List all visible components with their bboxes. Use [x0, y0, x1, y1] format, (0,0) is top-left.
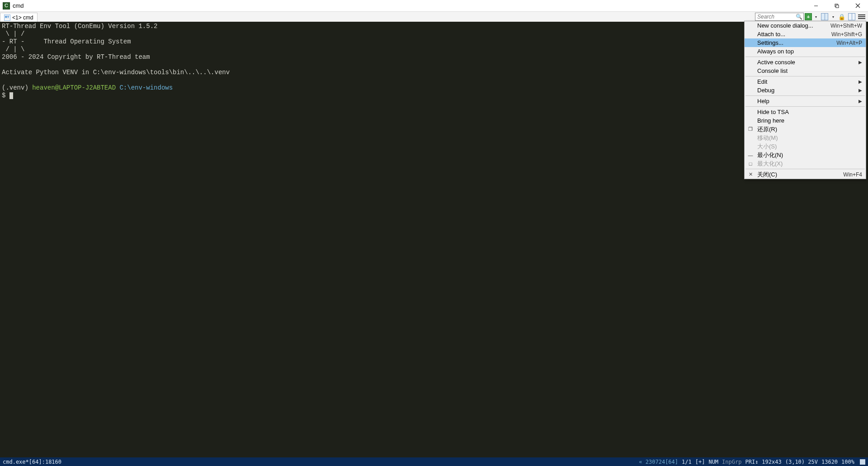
- status-inpgrp: InpGrp: [722, 459, 741, 465]
- svg-rect-2: [836, 5, 839, 8]
- prompt-path: C:\env-windows: [116, 84, 173, 91]
- menu-button[interactable]: [857, 13, 866, 21]
- menu-item-icon: ❐: [747, 126, 754, 132]
- maximize-pane-button[interactable]: [847, 13, 856, 21]
- lock-icon[interactable]: 🔒: [837, 13, 846, 21]
- tab-icon: [4, 14, 10, 21]
- maximize-button[interactable]: [826, 0, 847, 12]
- prompt-user: heaven@LAPTOP-J2ABTEAD: [32, 84, 116, 91]
- menu-separator: [745, 169, 865, 169]
- minimize-button[interactable]: [806, 0, 826, 12]
- tab-label: <1> cmd: [12, 14, 33, 21]
- menu-item-icon: □: [747, 161, 754, 166]
- menu-item[interactable]: Edit▶: [745, 77, 866, 86]
- status-tabcount: 1/1: [682, 459, 692, 465]
- menu-item[interactable]: ❐还原(R): [745, 125, 866, 133]
- menu-item-label: Attach to...: [757, 31, 831, 38]
- tabbar: <1> cmd 🔍 + ▾ ▾ 🔒: [0, 12, 868, 22]
- menu-item-label: 关闭(C): [757, 171, 843, 179]
- submenu-arrow-icon: ▶: [859, 60, 862, 65]
- menu-separator: [745, 106, 865, 107]
- menu-item-label: Always on top: [757, 48, 862, 55]
- window-controls: [806, 0, 868, 12]
- menu-item-shortcut: Win+Shift+W: [830, 23, 862, 29]
- menu-item-label: Bring here: [757, 117, 862, 124]
- menu-item-label: Help: [757, 98, 859, 105]
- menu-item[interactable]: Hide to TSA: [745, 108, 866, 116]
- status-process: cmd.exe*[64]:18160: [3, 459, 61, 465]
- menu-separator: [745, 95, 865, 96]
- menu-item-label: Edit: [757, 78, 859, 85]
- status-plus: [+]: [695, 459, 705, 465]
- menu-item[interactable]: Settings...Win+Alt+P: [745, 38, 866, 47]
- menu-item-icon: —: [747, 152, 754, 158]
- search-input[interactable]: [755, 13, 804, 21]
- menu-separator: [745, 57, 865, 57]
- titlebar: cmd: [0, 0, 868, 12]
- menu-item-label: 还原(R): [757, 125, 862, 133]
- menu-separator: [745, 76, 865, 76]
- menu-item-label: Hide to TSA: [757, 109, 862, 115]
- menu-item-icon: ✕: [747, 171, 754, 177]
- prompt-symbol: $: [2, 92, 9, 99]
- submenu-arrow-icon: ▶: [859, 99, 862, 104]
- menu-item-shortcut: Win+Shift+G: [831, 31, 862, 38]
- status-scroll-nub[interactable]: [860, 459, 865, 465]
- menu-item[interactable]: Attach to...Win+Shift+G: [745, 30, 866, 38]
- submenu-arrow-icon: ▶: [859, 88, 862, 93]
- prompt-venv: (.venv): [2, 84, 32, 91]
- menu-item-label: 大小(S): [757, 143, 862, 151]
- menu-item: 移动(M): [745, 133, 866, 142]
- submenu-arrow-icon: ▶: [859, 79, 862, 84]
- new-console-dropdown[interactable]: ▾: [813, 13, 819, 21]
- status-size: 192x43: [762, 459, 781, 465]
- menu-item[interactable]: Help▶: [745, 97, 866, 105]
- status-zoom: 100%: [841, 459, 854, 465]
- terminal-area[interactable]: RT-Thread Env Tool (ConEmu) Version 1.5.…: [0, 22, 868, 457]
- menu-item-label: Active console: [757, 59, 859, 66]
- status-sync: « 230724[64]: [639, 459, 678, 465]
- menu-item[interactable]: Always on top: [745, 47, 866, 56]
- menu-item[interactable]: New console dialog...Win+Shift+W: [745, 21, 866, 30]
- menu-item-label: 最小化(N): [757, 151, 862, 159]
- menu-item-label: Settings...: [757, 39, 836, 46]
- menu-item[interactable]: Bring here: [745, 116, 866, 125]
- menu-item[interactable]: —最小化(N): [745, 151, 866, 159]
- close-button[interactable]: [847, 0, 868, 12]
- split-button[interactable]: [820, 13, 829, 21]
- menu-item-shortcut: Win+Alt+P: [836, 40, 862, 46]
- menu-item[interactable]: Console list: [745, 67, 866, 75]
- menu-item-label: New console dialog...: [757, 22, 830, 29]
- new-console-button[interactable]: +: [805, 13, 812, 20]
- status-pid: 13620: [821, 459, 838, 465]
- context-menu: New console dialog...Win+Shift+WAttach t…: [744, 21, 866, 179]
- status-pri: PRI↕: [745, 459, 758, 465]
- menu-item-label: Debug: [757, 87, 859, 94]
- window-title: cmd: [13, 2, 24, 9]
- tab-cmd[interactable]: <1> cmd: [0, 13, 38, 22]
- status-num: NUM: [708, 459, 718, 465]
- menu-item[interactable]: Active console▶: [745, 58, 866, 67]
- menu-item-label: 最大化(X): [757, 160, 862, 168]
- terminal-cursor: [9, 92, 13, 99]
- menu-item[interactable]: ✕关闭(C)Win+F4: [745, 170, 866, 179]
- app-icon: [3, 2, 10, 10]
- toolbar-right: 🔍 + ▾ ▾ 🔒: [755, 12, 866, 22]
- menu-item-shortcut: Win+F4: [843, 171, 862, 178]
- split-dropdown[interactable]: ▾: [830, 13, 836, 21]
- menu-item: □最大化(X): [745, 159, 866, 168]
- menu-item: 大小(S): [745, 142, 866, 151]
- status-cursor: (3,10) 25V: [785, 459, 818, 465]
- statusbar: cmd.exe*[64]:18160 « 230724[64] 1/1 [+] …: [0, 457, 868, 466]
- hamburger-icon: [858, 14, 865, 20]
- menu-item-label: Console list: [757, 67, 862, 74]
- menu-item[interactable]: Debug▶: [745, 86, 866, 95]
- menu-item-label: 移动(M): [757, 134, 862, 142]
